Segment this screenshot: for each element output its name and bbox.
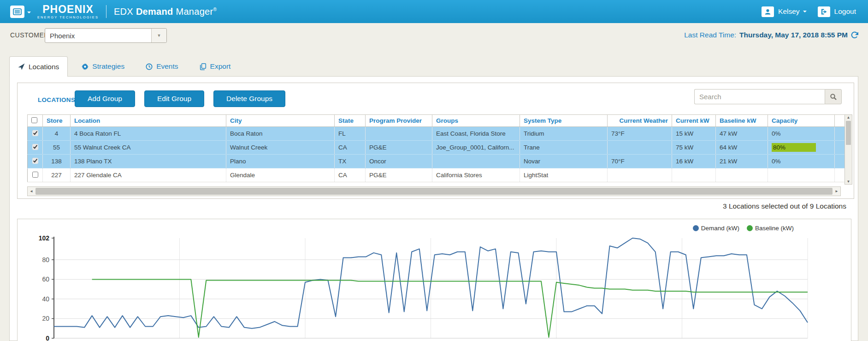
cell-current-weather: 70°F [608,155,672,168]
last-read-label: Last Read Time: [684,31,736,39]
search-icon [830,93,837,101]
cell-current-kw: 75 kW [672,141,716,155]
cell-capacity: 0% [768,127,835,141]
table-row[interactable]: 138 138 Plano TX Plano TX Oncor Novar 70… [28,155,845,168]
cell-city: Glendale [226,168,335,182]
cell-baseline-kw [716,168,768,182]
vertical-scroll-thumb[interactable] [846,121,851,145]
table-row[interactable]: 227 227 Glendale CA Glendale CA PG&E Cal… [28,168,845,182]
customer-select[interactable]: Phoenix ▼ [45,28,167,43]
main-tabs: Locations Strategies Events Export [9,56,244,77]
main-menu-button[interactable] [10,6,24,18]
col-store[interactable]: Store [43,115,71,127]
delete-groups-button[interactable]: Delete Groups [213,90,285,107]
cell-capacity [768,168,835,182]
col-program-provider[interactable]: Program Provider [366,115,432,127]
menu-caret-icon[interactable] [27,12,31,15]
row-checkbox[interactable] [32,130,38,136]
svg-text:60: 60 [42,275,49,283]
col-system-type[interactable]: System Type [520,115,608,127]
cell-current-kw: 16 kW [672,155,716,168]
cell-current-weather: 73°F [608,127,672,141]
svg-text:20: 20 [42,315,49,322]
logout-icon [821,8,827,15]
col-current-weather[interactable]: Current Weather [608,115,672,127]
tab-content: LOCATIONS Add Group Edit Group Delete Gr… [9,76,858,341]
top-bar: PHOENIX ENERGY TECHNOLOGIES EDX Demand M… [0,0,868,23]
search-input[interactable] [694,89,825,104]
header-actions: Kelsey Logout [762,6,868,17]
cell-groups: California Stores [432,168,520,182]
svg-text:102: 102 [39,234,50,242]
cell-system-type: Novar [520,155,608,168]
tab-events[interactable]: Events [138,56,185,77]
tab-events-label: Events [156,62,178,71]
app-title-prefix: EDX [114,6,133,17]
logout-button[interactable]: Logout [834,7,856,16]
col-baseline-kw[interactable]: Baseline kW [716,115,768,127]
scroll-up-arrow[interactable]: ▲ [845,115,852,120]
logout-group: Logout [818,6,856,17]
user-avatar[interactable] [762,6,774,17]
user-menu[interactable]: Kelsey [778,7,800,16]
search-button[interactable] [825,89,842,104]
row-checkbox-cell [28,141,43,155]
select-all-checkbox[interactable] [31,117,37,123]
person-icon [764,9,771,15]
svg-text:0: 0 [46,335,49,341]
logo-secondary-text: ENERGY TECHNOLOGIES [37,16,99,19]
cell-program-provider: Oncor [366,155,432,168]
svg-text:40: 40 [42,295,49,303]
cell-state: CA [335,168,366,182]
scroll-down-arrow[interactable]: ▼ [845,179,852,184]
gear-icon [82,63,89,70]
row-checkbox[interactable] [32,158,38,164]
cell-state: CA [335,141,366,155]
edit-group-button[interactable]: Edit Group [144,90,204,107]
last-read-time: Last Read Time: Thursday, May 17, 2018 8… [684,31,858,39]
cell-store: 55 [43,141,71,155]
col-stub [835,115,845,127]
customer-selected-value: Phoenix [45,32,75,40]
horizontal-scroll-thumb[interactable] [35,188,833,195]
table-horizontal-scrollbar[interactable]: ◄ ► [27,186,841,196]
demand-chart-panel: Demand (kW) Baseline (kW) 020406080102 [17,219,851,341]
col-city[interactable]: City [226,115,335,127]
scroll-right-arrow[interactable]: ► [833,189,840,193]
svg-text:80: 80 [42,256,49,263]
add-group-button[interactable]: Add Group [75,90,135,107]
tab-export[interactable]: Export [192,56,238,77]
cell-system-type: LightStat [520,168,608,182]
user-caret-icon[interactable] [803,11,807,14]
refresh-icon[interactable] [851,31,858,39]
col-current-kw[interactable]: Current kW [672,115,716,127]
last-read-value: Thursday, May 17, 2018 8:55 PM [739,31,848,39]
col-location[interactable]: Location [71,115,226,127]
demand-chart-svg: 020406080102 [18,219,851,341]
row-checkbox[interactable] [32,144,38,150]
col-groups[interactable]: Groups [432,115,520,127]
row-checkbox[interactable] [32,172,38,178]
cell-current-weather [608,168,672,182]
menu-list-icon [13,8,22,15]
phoenix-logo: PHOENIX ENERGY TECHNOLOGIES [37,4,99,19]
table-row[interactable]: 4 4 Boca Raton FL Boca Raton FL East Coa… [28,127,845,141]
table-vertical-scrollbar[interactable]: ▲ ▼ [844,114,852,185]
scroll-left-arrow[interactable]: ◄ [28,189,35,193]
cell-stub [835,141,845,155]
customer-select-arrow[interactable]: ▼ [151,29,166,42]
header-divider [106,5,106,18]
tab-locations[interactable]: Locations [9,56,68,77]
table-row[interactable]: 55 55 Walnut Creek CA Walnut Creek CA PG… [28,141,845,155]
col-state[interactable]: State [335,115,366,127]
cell-system-type: Tridium [520,127,608,141]
cell-city: Boca Raton [226,127,335,141]
tab-strategies[interactable]: Strategies [74,56,132,77]
app-title-bold: Demand [136,6,173,17]
logout-icon-button[interactable] [818,6,830,17]
col-capacity[interactable]: Capacity [768,115,835,127]
cell-baseline-kw: 47 kW [716,127,768,141]
row-checkbox-cell [28,155,43,168]
row-checkbox-cell [28,127,43,141]
cell-city: Plano [226,155,335,168]
